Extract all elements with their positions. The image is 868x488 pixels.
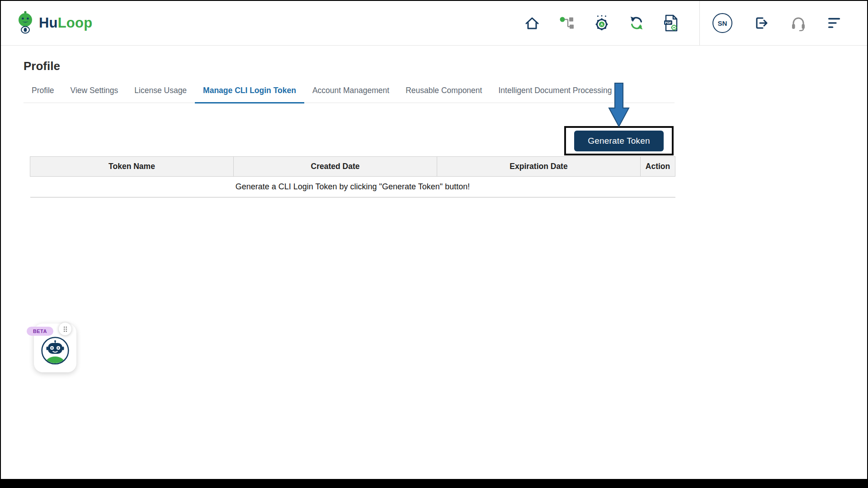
token-table: Token Name Created Date Expiration Date … bbox=[30, 156, 675, 197]
column-created-date: Created Date bbox=[234, 157, 437, 177]
huloop-robot-icon bbox=[16, 10, 34, 36]
column-action: Action bbox=[641, 157, 675, 177]
empty-state-row: Generate a CLI Login Token by clicking "… bbox=[30, 177, 675, 197]
header-nav: A PDF bbox=[524, 14, 679, 32]
user-avatar[interactable]: SN bbox=[712, 13, 732, 33]
huloop-logo[interactable]: HuLoop bbox=[16, 10, 92, 36]
column-token-name: Token Name bbox=[30, 157, 234, 177]
brand-hu: Hu bbox=[39, 15, 58, 31]
tab-intelligent-document-processing[interactable]: Intelligent Document Processing bbox=[490, 82, 620, 103]
top-header: HuLoop bbox=[1, 1, 867, 46]
chat-robot-avatar[interactable] bbox=[41, 337, 69, 366]
chat-assistant-widget: BETA bbox=[26, 317, 87, 378]
app-window: HuLoop bbox=[0, 0, 868, 488]
profile-tabs: Profile View Settings License Usage Mana… bbox=[24, 82, 675, 103]
workflow-icon[interactable] bbox=[559, 15, 575, 31]
beta-badge: BETA bbox=[27, 327, 53, 336]
pdf-settings-icon[interactable]: PDF bbox=[663, 14, 679, 32]
sync-icon[interactable] bbox=[629, 15, 644, 31]
automation-gear-icon[interactable]: A bbox=[594, 14, 610, 32]
generate-token-button[interactable]: Generate Token bbox=[574, 131, 664, 151]
logout-icon[interactable] bbox=[753, 15, 769, 31]
pdf-icon-label: PDF bbox=[665, 21, 672, 24]
header-right-group: SN bbox=[700, 13, 867, 33]
brand-name: HuLoop bbox=[39, 15, 92, 31]
page-title: Profile bbox=[24, 59, 60, 73]
token-table-header-row: Token Name Created Date Expiration Date … bbox=[30, 157, 675, 177]
tab-license-usage[interactable]: License Usage bbox=[126, 82, 195, 103]
automation-glyph: A bbox=[600, 22, 603, 27]
tab-manage-cli-login-token[interactable]: Manage CLI Login Token bbox=[195, 82, 304, 103]
annotation-down-arrow-icon bbox=[607, 83, 631, 130]
tab-view-settings[interactable]: View Settings bbox=[62, 82, 127, 103]
tab-account-management[interactable]: Account Management bbox=[304, 82, 397, 103]
drag-handle-icon[interactable] bbox=[59, 323, 71, 335]
bottom-black-bar bbox=[1, 479, 867, 487]
menu-icon[interactable] bbox=[827, 17, 842, 29]
support-headset-icon[interactable] bbox=[790, 15, 807, 31]
home-icon[interactable] bbox=[524, 15, 540, 31]
empty-state-message: Generate a CLI Login Token by clicking "… bbox=[30, 177, 675, 197]
generate-token-highlight-box: Generate Token bbox=[564, 126, 674, 155]
main-content: Profile Profile View Settings License Us… bbox=[1, 46, 867, 479]
column-expiration-date: Expiration Date bbox=[437, 157, 641, 177]
tab-profile[interactable]: Profile bbox=[24, 82, 62, 103]
tab-reusable-component[interactable]: Reusable Component bbox=[397, 82, 490, 103]
brand-loop: Loop bbox=[58, 15, 93, 31]
